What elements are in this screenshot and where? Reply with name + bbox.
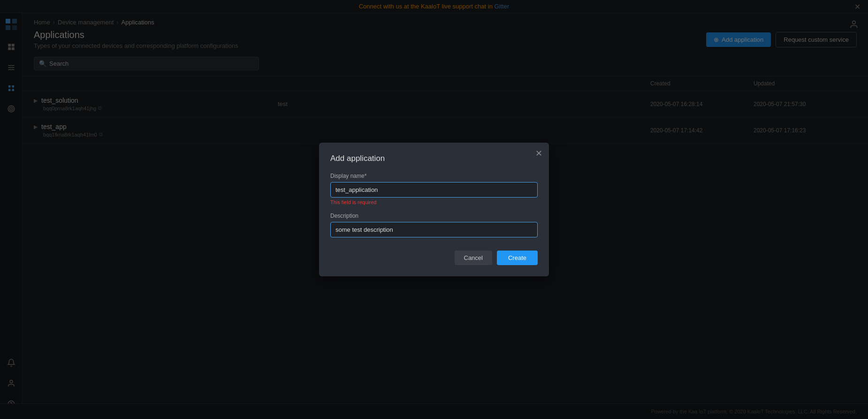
display-name-field-group: Display name* This field is required [330,173,538,205]
description-input[interactable] [330,222,538,237]
modal-title: Add application [330,154,538,163]
display-name-label: Display name* [330,173,538,179]
cancel-button[interactable]: Cancel [455,251,492,265]
add-application-modal: ✕ Add application Display name* This fie… [319,143,549,276]
modal-close-button[interactable]: ✕ [535,149,542,158]
modal-overlay[interactable]: ✕ Add application Display name* This fie… [0,0,868,419]
create-button[interactable]: Create [497,251,538,265]
description-field-group: Description [330,213,538,237]
modal-actions: Cancel Create [330,251,538,265]
description-label: Description [330,213,538,219]
display-name-input[interactable] [330,182,538,198]
display-name-error: This field is required [330,199,538,205]
